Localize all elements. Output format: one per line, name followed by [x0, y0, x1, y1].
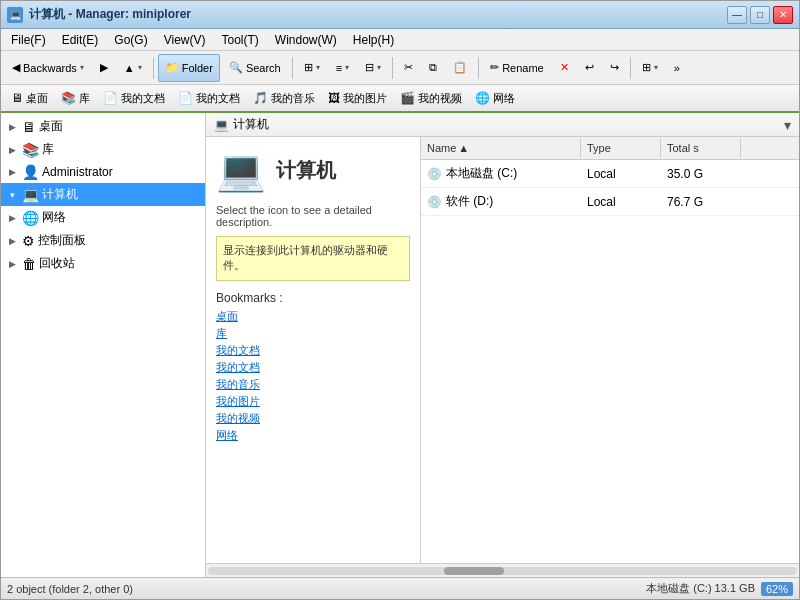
back-icon: ◀ [12, 61, 20, 74]
tree-expand-icon: ▶ [5, 120, 19, 134]
sidebar-item-回收站[interactable]: ▶ 🗑 回收站 [1, 252, 205, 275]
close-button[interactable]: ✕ [773, 6, 793, 24]
file-icon: 💿 [427, 167, 442, 181]
bm-label: 我的文档 [196, 91, 240, 106]
forward-button[interactable]: ▶ [93, 54, 115, 82]
preview-bookmark-link[interactable]: 网络 [216, 428, 410, 443]
menu-item-helph[interactable]: Help(H) [345, 31, 402, 49]
hscroll-thumb[interactable] [444, 567, 504, 575]
menu-item-windoww[interactable]: Window(W) [267, 31, 345, 49]
file-cell-total: 35.0 G [661, 165, 741, 183]
tree-expand-icon: ▾ [5, 188, 19, 202]
main-content: ▶ 🖥 桌面 ▶ 📚 库 ▶ 👤 Administrator ▾ 💻 计算机 ▶… [1, 113, 799, 577]
bookmarks-bar-item[interactable]: 📄我的文档 [97, 89, 171, 108]
file-cell-type: Local [581, 165, 661, 183]
menu-item-edite[interactable]: Edit(E) [54, 31, 107, 49]
horizontal-scrollbar[interactable] [206, 563, 799, 577]
search-button[interactable]: 🔍 Search [222, 54, 288, 82]
paste-button[interactable]: 📋 [446, 54, 474, 82]
sidebar-item-Administrator[interactable]: ▶ 👤 Administrator [1, 161, 205, 183]
bm-label: 桌面 [26, 91, 48, 106]
folder-icon: 📁 [165, 61, 179, 74]
back-button[interactable]: ◀ Backwards ▾ [5, 54, 91, 82]
main-window: 💻 计算机 - Manager: miniplorer — □ ✕ File(F… [0, 0, 800, 600]
status-bar: 2 object (folder 2, other 0) 本地磁盘 (C:) 1… [1, 577, 799, 599]
view-dropdown-1: ▾ [316, 63, 320, 72]
file-list-header: Name ▲ Type Total s [421, 137, 799, 160]
preview-bookmark-link[interactable]: 我的视频 [216, 411, 410, 426]
rename-button[interactable]: ✏ Rename [483, 54, 551, 82]
tree-item-label: 网络 [42, 209, 66, 226]
sidebar: ▶ 🖥 桌面 ▶ 📚 库 ▶ 👤 Administrator ▾ 💻 计算机 ▶… [1, 113, 206, 577]
bookmarks-bar-item[interactable]: 🖼我的图片 [322, 89, 393, 108]
title-bar-left: 💻 计算机 - Manager: miniplorer [7, 6, 191, 23]
bookmarks-bar-item[interactable]: 🎬我的视频 [394, 89, 468, 108]
file-cell-name: 💿 本地磁盘 (C:) [421, 163, 581, 184]
redo-icon: ↪ [610, 61, 619, 74]
preview-bookmark-link[interactable]: 我的文档 [216, 343, 410, 358]
menu-item-gog[interactable]: Go(G) [106, 31, 155, 49]
content-header-label: 计算机 [233, 116, 269, 133]
sidebar-item-控制面板[interactable]: ▶ ⚙ 控制面板 [1, 229, 205, 252]
menu-item-viewv[interactable]: View(V) [156, 31, 214, 49]
bm-icon: 🎬 [400, 91, 415, 105]
separator-2 [292, 57, 293, 79]
bookmarks-bar-item[interactable]: 🖥桌面 [5, 89, 54, 108]
preview-bookmark-link[interactable]: 我的音乐 [216, 377, 410, 392]
bookmarks-label: Bookmarks : [216, 291, 410, 305]
tree-item-label: 桌面 [39, 118, 63, 135]
minimize-button[interactable]: — [727, 6, 747, 24]
sidebar-item-计算机[interactable]: ▾ 💻 计算机 [1, 183, 205, 206]
delete-icon: ✕ [560, 61, 569, 74]
preview-bookmark-link[interactable]: 桌面 [216, 309, 410, 324]
undo-button[interactable]: ↩ [578, 54, 601, 82]
title-bar: 💻 计算机 - Manager: miniplorer — □ ✕ [1, 1, 799, 29]
view-button-1[interactable]: ⊞ ▾ [297, 54, 327, 82]
table-row[interactable]: 💿 软件 (D:) Local 76.7 G [421, 188, 799, 216]
maximize-button[interactable]: □ [750, 6, 770, 24]
table-row[interactable]: 💿 本地磁盘 (C:) Local 35.0 G [421, 160, 799, 188]
preview-bookmark-link[interactable]: 库 [216, 326, 410, 341]
tree-expand-icon: ▶ [5, 143, 19, 157]
redo-button[interactable]: ↪ [603, 54, 626, 82]
preview-bookmark-link[interactable]: 我的文档 [216, 360, 410, 375]
content-header-dropdown[interactable]: ▾ [784, 117, 791, 133]
col-header-total[interactable]: Total s [661, 139, 741, 157]
undo-icon: ↩ [585, 61, 594, 74]
hscroll-track [208, 567, 797, 575]
tree-item-icon: 💻 [22, 187, 39, 203]
folder-button[interactable]: 📁 Folder [158, 54, 220, 82]
tree-item-icon: 🗑 [22, 256, 36, 272]
menu-item-toolt[interactable]: Tool(T) [214, 31, 267, 49]
bm-label: 网络 [493, 91, 515, 106]
copy-button[interactable]: ⧉ [422, 54, 444, 82]
bookmarks-bar: 🖥桌面📚库📄我的文档📄我的文档🎵我的音乐🖼我的图片🎬我的视频🌐网络 [1, 85, 799, 113]
sidebar-item-网络[interactable]: ▶ 🌐 网络 [1, 206, 205, 229]
menu-item-filef[interactable]: File(F) [3, 31, 54, 49]
bookmarks-bar-item[interactable]: 📚库 [55, 89, 96, 108]
content-pane: 💻 计算机 ▾ 💻 计算机 Select the icon to see a d… [206, 113, 799, 577]
bookmarks-bar-item[interactable]: 📄我的文档 [172, 89, 246, 108]
tree-expand-icon: ▶ [5, 211, 19, 225]
more-button[interactable]: » [667, 54, 687, 82]
preview-bookmark-link[interactable]: 我的图片 [216, 394, 410, 409]
col-header-name[interactable]: Name ▲ [421, 139, 581, 157]
bookmarks-bar-item[interactable]: 🌐网络 [469, 89, 521, 108]
back-dropdown-icon: ▾ [80, 63, 84, 72]
preview-icon-area: 💻 计算机 [216, 147, 410, 194]
view-dropdown-3: ▾ [377, 63, 381, 72]
view-button-2[interactable]: ≡ ▾ [329, 54, 356, 82]
preview-info-box: 显示连接到此计算机的驱动器和硬件。 [216, 236, 410, 281]
cut-button[interactable]: ✂ [397, 54, 420, 82]
grid-view-button[interactable]: ⊞ ▾ [635, 54, 665, 82]
delete-button[interactable]: ✕ [553, 54, 576, 82]
col-header-type[interactable]: Type [581, 139, 661, 157]
bm-icon: 📄 [103, 91, 118, 105]
menu-bar: File(F)Edit(E)Go(G)View(V)Tool(T)Window(… [1, 29, 799, 51]
bm-label: 我的音乐 [271, 91, 315, 106]
view-button-3[interactable]: ⊟ ▾ [358, 54, 388, 82]
up-button[interactable]: ▲ ▾ [117, 54, 149, 82]
sidebar-item-库[interactable]: ▶ 📚 库 [1, 138, 205, 161]
sidebar-item-桌面[interactable]: ▶ 🖥 桌面 [1, 115, 205, 138]
bookmarks-bar-item[interactable]: 🎵我的音乐 [247, 89, 321, 108]
